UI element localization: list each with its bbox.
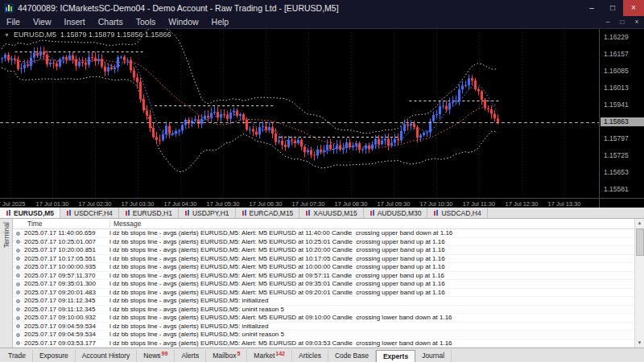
close-button[interactable]: × — [623, 0, 644, 16]
log-time: 2025.07.17 10:20:00.851 — [24, 246, 96, 255]
tab-badge: 142 — [275, 351, 285, 356]
log-time: 2025.07.17 09:35:01.300 — [24, 280, 96, 289]
chart-marker-icon: ▼ — [4, 32, 10, 38]
terminal-tab-articles[interactable]: Articles — [292, 350, 328, 362]
menu-window[interactable]: Window — [162, 16, 204, 28]
log-message: l dz bb stops line - avgs (alerts) EURUS… — [109, 331, 284, 339]
scroll-up-icon[interactable]: ▲ — [635, 219, 644, 228]
log-message: l dz bb stops line - avgs (alerts) EURUS… — [109, 306, 284, 315]
scroll-down-icon[interactable]: ▼ — [635, 339, 644, 348]
chart-tab-audusd-m30[interactable]: AUDUSD,M30 — [364, 208, 428, 218]
log-bullet-icon — [16, 282, 20, 286]
terminal-tab-mailbox[interactable]: Mailbox5 — [206, 350, 247, 362]
chart-tab-usdjpy-h1[interactable]: USDJPY,H1 — [179, 208, 236, 218]
price-tick: 1.16013 — [604, 84, 629, 92]
log-time: 2025.07.17 09:04:59.534 — [24, 323, 96, 331]
time-axis[interactable]: 17 Jul 202517 Jul 01:3017 Jul 02:3017 Ju… — [0, 198, 599, 208]
log-bullet-icon — [16, 307, 20, 311]
log-scrollbar[interactable]: ▲ ▼ — [634, 219, 644, 348]
terminal-panel: Terminal Time Message 2025.07.17 11:40:0… — [0, 219, 644, 348]
chart-tab-eurusd-m5[interactable]: EURUSD,M5 — [0, 208, 60, 218]
terminal-tab-code-base[interactable]: Code Base — [328, 350, 376, 362]
child-restore-button[interactable]: □ — [615, 16, 630, 28]
chart-tab-label: EURUSD,M5 — [14, 209, 54, 217]
time-tick: 17 Jul 05:30 — [207, 200, 240, 208]
child-close-button[interactable]: × — [630, 16, 644, 28]
axis-corner — [599, 198, 644, 208]
terminal-tab-news[interactable]: News99 — [137, 350, 175, 362]
terminal-tab-trade[interactable]: Trade — [2, 350, 33, 362]
log-column-message: Message — [109, 220, 142, 228]
chart-tab-candle-icon — [369, 210, 375, 216]
log-message: l dz bb stops line - avgs (alerts) EURUS… — [109, 272, 444, 281]
log-bullet-icon — [16, 341, 20, 345]
terminal-tab-label: Mailbox — [213, 352, 236, 360]
log-row[interactable]: 2025.07.17 10:17:05.551l dz bb stops lin… — [13, 255, 634, 264]
log-message: l dz bb stops line - avgs (alerts) EURUS… — [109, 280, 445, 289]
chart-tab-label: XAUUSD,M15 — [313, 209, 357, 217]
log-row[interactable]: 2025.07.17 11:40:00.659l dz bb stops lin… — [13, 229, 634, 238]
terminal-tab-exposure[interactable]: Exposure — [33, 350, 76, 362]
terminal-tab-label: News — [143, 352, 160, 360]
terminal-tab-journal[interactable]: Journal — [415, 350, 452, 362]
chart-ohlc: 1.15879 1.15879 1.15856 1.15866 — [60, 31, 171, 39]
log-time: 2025.07.17 09:11:12.345 — [24, 297, 95, 306]
chart-tab-usdcad-h4[interactable]: USDCAD,H4 — [427, 208, 487, 218]
window-title: 44700089: ICMarketsSC-Demo04 - Demo Acco… — [18, 3, 581, 13]
terminal-tab-market[interactable]: Market142 — [247, 350, 292, 362]
log-message: l dz bb stops line - avgs (alerts) EURUS… — [109, 238, 445, 247]
log-row[interactable]: 2025.07.17 09:04:59.534l dz bb stops lin… — [13, 331, 634, 339]
menu-help[interactable]: Help — [205, 16, 236, 28]
time-tick: 17 Jul 09:30 — [378, 200, 411, 208]
terminal-tab-label: Account History — [82, 352, 130, 360]
terminal-tab-experts[interactable]: Experts — [376, 350, 415, 362]
terminal-tab-account-history[interactable]: Account History — [76, 350, 138, 362]
log-row[interactable]: 2025.07.17 09:20:01.483l dz bb stops lin… — [13, 289, 634, 298]
menu-items: FileViewInsertChartsToolsWindowHelp — [0, 16, 235, 28]
chart-tab-eurusd-h1[interactable]: EURUSD,H1 — [119, 208, 179, 218]
time-tick: 17 Jul 13:30 — [548, 200, 581, 208]
log-row[interactable]: 2025.07.17 09:10:00.932l dz bb stops lin… — [13, 314, 634, 323]
chart-region: ▼ EURUSD,M5 1.15879 1.15879 1.15856 1.15… — [0, 29, 644, 208]
log-bullet-icon — [16, 265, 20, 269]
terminal-tab-label: Alerts — [181, 352, 199, 360]
log-message: l dz bb stops line - avgs (alerts) EURUS… — [109, 314, 452, 323]
chart-tab-usdchf-h4[interactable]: USDCHF,H4 — [60, 208, 119, 218]
chart-tab-xauusd-m15[interactable]: XAUUSD,M15 — [299, 208, 363, 218]
time-tick: 17 Jul 07:30 — [292, 200, 325, 208]
log-bullet-icon — [16, 232, 20, 236]
time-tick: 17 Jul 03:30 — [122, 200, 155, 208]
child-minimize-button[interactable]: – — [601, 16, 615, 28]
log-row[interactable]: 2025.07.17 09:04:59.534l dz bb stops lin… — [13, 323, 634, 331]
log-row[interactable]: 2025.07.17 09:11:12.345l dz bb stops lin… — [13, 297, 634, 306]
log-time: 2025.07.17 09:03:53.177 — [24, 339, 96, 348]
maximize-button[interactable]: □ — [602, 0, 623, 16]
price-axis[interactable]: 1.15863 1.162291.161571.160851.160131.15… — [599, 29, 644, 198]
log-bullet-icon — [16, 257, 20, 261]
log-row[interactable]: 2025.07.17 10:25:01.007l dz bb stops lin… — [13, 238, 634, 247]
chart-tab-candle-icon — [305, 210, 311, 216]
menu-view[interactable]: View — [27, 16, 58, 28]
menu-insert[interactable]: Insert — [58, 16, 92, 28]
time-tick: 17 Jul 06:30 — [250, 200, 283, 208]
menu-tools[interactable]: Tools — [130, 16, 163, 28]
price-chart[interactable] — [0, 29, 599, 198]
scrollbar-thumb[interactable] — [636, 228, 644, 256]
menu-file[interactable]: File — [0, 16, 27, 28]
minimize-button[interactable]: – — [581, 0, 602, 16]
chart-tab-candle-icon — [242, 210, 247, 216]
log-row[interactable]: 2025.07.17 09:03:53.177l dz bb stops lin… — [13, 339, 634, 348]
log-row[interactable]: 2025.07.17 09:57:11.370l dz bb stops lin… — [13, 272, 634, 281]
chart-tab-label: USDJPY,H1 — [192, 209, 229, 217]
mt5-logo-icon — [4, 3, 14, 13]
log-row[interactable]: 2025.07.17 09:11:12.345l dz bb stops lin… — [13, 306, 634, 315]
log-row[interactable]: 2025.07.17 10:20:00.851l dz bb stops lin… — [13, 246, 634, 255]
time-tick: 17 Jul 11:30 — [463, 200, 495, 208]
log-message: l dz bb stops line - avgs (alerts) EURUS… — [109, 289, 445, 298]
log-row[interactable]: 2025.07.17 10:00:00.935l dz bb stops lin… — [13, 263, 634, 272]
log-row[interactable]: 2025.07.17 09:35:01.300l dz bb stops lin… — [13, 280, 634, 289]
terminal-tab-alerts[interactable]: Alerts — [175, 350, 206, 362]
log-message: l dz bb stops line - avgs (alerts) EURUS… — [109, 297, 268, 306]
chart-tab-eurcad-m15[interactable]: EURCAD,M15 — [236, 208, 300, 218]
menu-charts[interactable]: Charts — [92, 16, 130, 28]
